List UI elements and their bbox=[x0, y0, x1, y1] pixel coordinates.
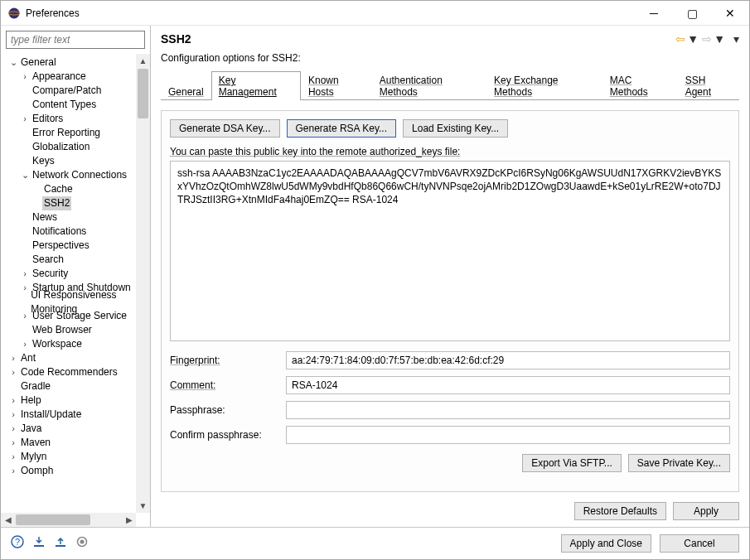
tree-item[interactable]: ·Web Browser bbox=[4, 323, 150, 337]
apply-button[interactable]: Apply bbox=[673, 502, 739, 520]
tree-item[interactable]: ·Cache bbox=[4, 182, 150, 196]
tree-item[interactable]: ›Install/Update bbox=[4, 408, 150, 422]
load-existing-key-button[interactable]: Load Existing Key... bbox=[403, 119, 508, 138]
export-icon[interactable] bbox=[54, 535, 67, 552]
tree-item[interactable]: ›Code Recommenders bbox=[4, 365, 150, 379]
tab-key-management[interactable]: Key Management bbox=[211, 71, 301, 100]
tree-item-label: Java bbox=[19, 422, 43, 436]
tab-authentication-methods[interactable]: Authentication Methods bbox=[372, 71, 486, 100]
panel-buttons: Export Via SFTP... Save Private Key... bbox=[170, 454, 730, 472]
tree-item[interactable]: ›Mylyn bbox=[4, 450, 150, 464]
chevron-right-icon[interactable]: › bbox=[7, 450, 19, 464]
tree-item[interactable]: ·Perspectives bbox=[4, 239, 150, 253]
chevron-right-icon[interactable]: › bbox=[7, 422, 19, 436]
scroll-thumb[interactable] bbox=[138, 69, 148, 118]
scroll-right-icon[interactable]: ▶ bbox=[122, 513, 136, 527]
generate-dsa-button[interactable]: Generate DSA Key... bbox=[170, 119, 280, 138]
export-sftp-button[interactable]: Export Via SFTP... bbox=[522, 454, 622, 472]
key-management-panel: Generate DSA Key... Generate RSA Key... … bbox=[161, 110, 739, 492]
help-icon[interactable]: ? bbox=[11, 535, 24, 552]
chevron-right-icon[interactable]: › bbox=[19, 267, 31, 281]
tree-item[interactable]: ·News bbox=[4, 210, 150, 224]
tree-item[interactable]: ·Notifications bbox=[4, 224, 150, 239]
tree-item-label: Maven bbox=[19, 436, 52, 450]
tab-mac-methods[interactable]: MAC Methods bbox=[602, 71, 678, 100]
paste-hint-label: You can paste this public key into the r… bbox=[170, 146, 730, 157]
chevron-right-icon[interactable]: › bbox=[19, 70, 31, 84]
tree-item-label: Editors bbox=[31, 112, 65, 126]
tree-item[interactable]: ⌄General bbox=[4, 56, 150, 70]
chevron-right-icon[interactable]: › bbox=[7, 393, 19, 408]
oomph-record-icon[interactable] bbox=[75, 535, 89, 552]
tree-item[interactable]: ·UI Responsiveness Monitoring bbox=[4, 295, 150, 309]
forward-dropdown-icon[interactable]: ▼ bbox=[714, 32, 725, 46]
comment-field[interactable] bbox=[286, 376, 730, 394]
apply-and-close-button[interactable]: Apply and Close bbox=[561, 534, 651, 553]
chevron-right-icon[interactable]: › bbox=[7, 436, 19, 450]
tree-item[interactable]: ›Java bbox=[4, 422, 150, 436]
tree-item[interactable]: ›Ant bbox=[4, 351, 150, 365]
tree-item[interactable]: ·Gradle bbox=[4, 379, 150, 393]
tree-item-label: Web Browser bbox=[31, 323, 94, 337]
tree-item[interactable]: ›Maven bbox=[4, 436, 150, 450]
back-dropdown-icon[interactable]: ▼ bbox=[687, 32, 699, 46]
tree-item-label: Notifications bbox=[31, 224, 88, 239]
vertical-scrollbar[interactable]: ▲ ▼ bbox=[136, 54, 150, 513]
generate-rsa-button[interactable]: Generate RSA Key... bbox=[287, 119, 397, 138]
tree-item[interactable]: ›Oomph bbox=[4, 464, 150, 478]
chevron-right-icon[interactable]: › bbox=[7, 351, 19, 365]
import-icon[interactable] bbox=[32, 535, 46, 552]
horizontal-scrollbar[interactable]: ◀ ▶ bbox=[1, 513, 136, 527]
tree-item[interactable]: ›Help bbox=[4, 393, 150, 408]
tree-item[interactable]: ›Editors bbox=[4, 112, 150, 126]
forward-arrow-icon[interactable]: ⇨ bbox=[702, 32, 712, 46]
chevron-right-icon[interactable]: › bbox=[19, 112, 31, 126]
chevron-right-icon[interactable]: › bbox=[7, 408, 19, 422]
preferences-tree[interactable]: ⌄General›Appearance·Compare/Patch·Conten… bbox=[4, 56, 150, 478]
tree-item[interactable]: ·Content Types bbox=[4, 98, 150, 112]
tree-item[interactable]: ⌄Network Connections bbox=[4, 168, 150, 182]
tree-item-label: Content Types bbox=[31, 98, 98, 112]
tree-item[interactable]: ·Compare/Patch bbox=[4, 84, 150, 98]
tree-item[interactable]: ·Error Reporting bbox=[4, 126, 150, 140]
tree-item[interactable]: ·Keys bbox=[4, 154, 150, 168]
chevron-right-icon[interactable]: › bbox=[19, 309, 31, 323]
scroll-left-icon[interactable]: ◀ bbox=[1, 513, 15, 527]
tree-item[interactable]: ›Security bbox=[4, 267, 150, 281]
public-key-textarea[interactable]: ssh-rsa AAAAB3NzaC1yc2EAAAADAQABAAAAgQCV… bbox=[170, 161, 730, 341]
minimize-button[interactable]: ─ bbox=[635, 1, 673, 25]
scroll-up-icon[interactable]: ▲ bbox=[136, 54, 150, 68]
fingerprint-field[interactable] bbox=[286, 351, 730, 369]
tab-ssh-agent[interactable]: SSH Agent bbox=[678, 71, 739, 100]
maximize-button[interactable]: ▢ bbox=[673, 1, 711, 25]
chevron-right-icon[interactable]: › bbox=[19, 337, 31, 351]
tree-item[interactable]: ›Workspace bbox=[4, 337, 150, 351]
view-menu-icon[interactable]: ▾ bbox=[733, 32, 739, 46]
tree-item[interactable]: ›User Storage Service bbox=[4, 309, 150, 323]
cancel-button[interactable]: Cancel bbox=[660, 534, 739, 553]
page-title: SSH2 bbox=[161, 32, 191, 46]
chevron-right-icon[interactable]: › bbox=[7, 464, 19, 478]
hscroll-thumb[interactable] bbox=[16, 514, 90, 525]
tree-item[interactable]: ·Search bbox=[4, 253, 150, 267]
restore-defaults-button[interactable]: Restore Defaults bbox=[574, 502, 666, 520]
filter-input[interactable] bbox=[6, 31, 145, 49]
tab-known-hosts[interactable]: Known Hosts bbox=[301, 71, 372, 100]
chevron-down-icon[interactable]: ⌄ bbox=[7, 56, 19, 70]
chevron-right-icon[interactable]: › bbox=[7, 365, 19, 379]
key-form: Fingerprint: Comment: Passphrase: Confir… bbox=[170, 351, 730, 444]
tree-item-label: SSH2 bbox=[42, 196, 71, 210]
passphrase-field[interactable] bbox=[286, 401, 730, 419]
back-arrow-icon[interactable]: ⇦ bbox=[675, 32, 685, 46]
save-private-key-button[interactable]: Save Private Key... bbox=[628, 454, 730, 472]
tree-item-label: Help bbox=[19, 393, 43, 408]
tree-item[interactable]: ·SSH2 bbox=[4, 196, 150, 210]
tab-key-exchange-methods[interactable]: Key Exchange Methods bbox=[486, 71, 602, 100]
tree-item[interactable]: ·Globalization bbox=[4, 140, 150, 154]
close-button[interactable]: ✕ bbox=[711, 1, 749, 25]
tab-general[interactable]: General bbox=[161, 83, 211, 100]
chevron-down-icon[interactable]: ⌄ bbox=[19, 168, 31, 182]
tree-item[interactable]: ›Appearance bbox=[4, 70, 150, 84]
confirm-passphrase-field[interactable] bbox=[286, 426, 730, 444]
scroll-down-icon[interactable]: ▼ bbox=[136, 499, 150, 513]
